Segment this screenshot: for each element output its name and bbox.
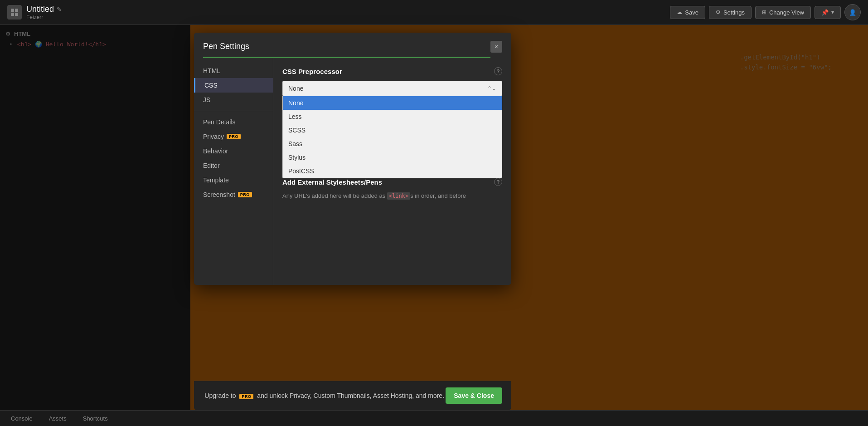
gear-icon: ⚙ [716, 9, 721, 15]
save-button[interactable]: ☁ Save [670, 6, 705, 19]
option-less[interactable]: Less [283, 110, 502, 123]
nav-item-pen-details[interactable]: Pen Details [194, 115, 273, 129]
external-stylesheets-help-icon[interactable]: ? [494, 178, 502, 186]
css-preprocessor-section: CSS Preprocessor ? None ⌃⌄ None Less SCS… [282, 67, 502, 109]
title-text: Untitled [26, 5, 54, 14]
pen-title: Untitled ✎ Feizerr [26, 5, 62, 20]
upgrade-bar: Upgrade to PRO and unlock Privacy, Custo… [194, 381, 511, 410]
upgrade-text: Upgrade to PRO and unlock Privacy, Custo… [203, 392, 446, 399]
nav-label-screenshot: Screenshot [203, 191, 235, 198]
nav-item-template[interactable]: Template [194, 173, 273, 187]
option-postcss[interactable]: PostCSS [283, 164, 502, 178]
modal-header: Pen Settings × [194, 33, 511, 58]
modal-nav: HTML CSS JS Pen Details Privacy PRO Beha… [194, 58, 273, 285]
screenshot-pro-badge: PRO [238, 192, 252, 197]
privacy-pro-badge: PRO [227, 134, 241, 139]
nav-label-js: JS [203, 96, 210, 103]
external-stylesheets-desc: Any URL's added here will be added as <l… [282, 191, 502, 201]
pin-icon: 📌 [821, 9, 829, 16]
nav-item-html[interactable]: HTML [194, 64, 273, 78]
nav-item-screenshot[interactable]: Screenshot PRO [194, 187, 273, 202]
external-stylesheets-section: Add External Stylesheets/Pens ? Any URL'… [282, 178, 502, 201]
change-view-button[interactable]: ⊞ Change View [755, 6, 811, 19]
pen-settings-modal: Pen Settings × HTML CSS JS Pen Details P… [194, 33, 511, 285]
statusbar: Console Assets Shortcuts [0, 410, 868, 426]
nav-label-html: HTML [203, 67, 220, 74]
edit-icon[interactable]: ✎ [57, 6, 62, 13]
svg-rect-0 [11, 9, 14, 12]
save-close-button[interactable]: Save & Close [446, 387, 502, 404]
view-icon: ⊞ [762, 9, 766, 15]
cloud-icon: ☁ [677, 9, 682, 15]
nav-label-editor: Editor [203, 162, 220, 169]
upgrade-text-prefix: Upgrade to [204, 392, 236, 399]
css-preprocessor-title: CSS Preprocessor ? [282, 67, 502, 75]
nav-item-js[interactable]: JS [194, 93, 273, 107]
chevron-down-icon: ▾ [831, 9, 834, 15]
topbar-right: ☁ Save ⚙ Settings ⊞ Change View 📌 ▾ 👤 [670, 4, 861, 20]
css-preprocessor-dropdown: None ⌃⌄ None Less SCSS Sass Stylus PostC… [282, 81, 502, 96]
nav-label-behavior: Behavior [203, 147, 228, 155]
upgrade-text-suffix: and unlock Privacy, Custom Thumbnails, A… [257, 392, 444, 399]
nav-label-template: Template [203, 176, 229, 184]
nav-divider [194, 111, 273, 111]
user-avatar[interactable]: 👤 [844, 4, 861, 20]
nav-item-privacy[interactable]: Privacy PRO [194, 129, 273, 144]
option-sass[interactable]: Sass [283, 137, 502, 151]
nav-label-pen-details: Pen Details [203, 118, 236, 126]
svg-rect-1 [15, 9, 18, 12]
svg-rect-2 [11, 13, 14, 16]
nav-label-css: CSS [204, 82, 218, 89]
pin-button[interactable]: 📌 ▾ [815, 6, 841, 19]
css-preprocessor-help-icon[interactable]: ? [494, 67, 502, 75]
logo-icon [7, 5, 22, 20]
pen-title-name: Untitled ✎ [26, 5, 62, 14]
nav-item-behavior[interactable]: Behavior [194, 144, 273, 158]
nav-label-privacy: Privacy [203, 133, 224, 140]
nav-item-editor[interactable]: Editor [194, 158, 273, 173]
modal-close-button[interactable]: × [490, 41, 502, 53]
topbar: Untitled ✎ Feizerr ☁ Save ⚙ Settings ⊞ C… [0, 0, 868, 25]
chevron-updown-icon: ⌃⌄ [487, 85, 496, 92]
option-scss[interactable]: SCSS [283, 123, 502, 137]
statusbar-item-shortcuts[interactable]: Shortcuts [79, 413, 112, 424]
nav-item-css[interactable]: CSS [194, 78, 273, 93]
modal-body: HTML CSS JS Pen Details Privacy PRO Beha… [194, 58, 511, 285]
settings-button[interactable]: ⚙ Settings [709, 6, 752, 19]
modal-title: Pen Settings [203, 42, 490, 58]
user-icon: 👤 [849, 9, 856, 16]
statusbar-item-console[interactable]: Console [7, 413, 36, 424]
svg-rect-3 [15, 13, 18, 16]
css-preprocessor-options: None Less SCSS Sass Stylus PostCSS [282, 96, 502, 178]
statusbar-item-assets[interactable]: Assets [45, 413, 70, 424]
modal-content: CSS Preprocessor ? None ⌃⌄ None Less SCS… [273, 58, 511, 285]
external-stylesheets-title: Add External Stylesheets/Pens ? [282, 178, 502, 186]
option-stylus[interactable]: Stylus [283, 151, 502, 164]
css-preprocessor-trigger[interactable]: None ⌃⌄ [282, 81, 502, 96]
option-none[interactable]: None [283, 96, 502, 110]
upgrade-pro-badge: PRO [239, 394, 253, 399]
css-preprocessor-selected: None [288, 85, 303, 92]
pen-title-user: Feizerr [26, 14, 62, 20]
topbar-left: Untitled ✎ Feizerr [7, 5, 62, 20]
